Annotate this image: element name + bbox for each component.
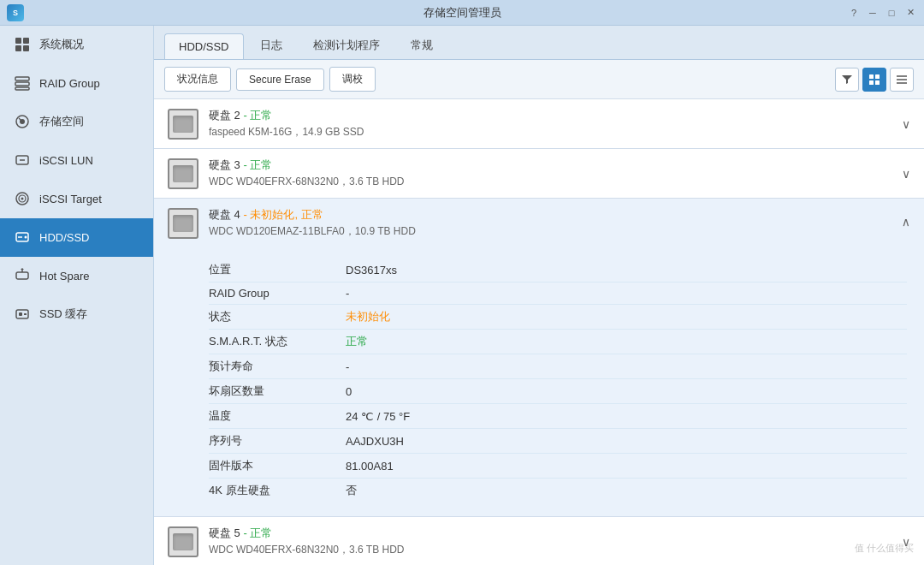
tab-hdd-ssd[interactable]: HDD/SSD (164, 33, 244, 59)
sidebar-item-raid-group[interactable]: RAID Group (0, 64, 153, 103)
chevron-down-icon-3: ∨ (902, 167, 910, 181)
detail-row-raid: RAID Group - (209, 282, 907, 305)
tab-log[interactable]: 日志 (246, 31, 297, 59)
disk-model-3: WDC WD40EFRX-68N32N0，3.6 TB HDD (209, 175, 902, 189)
sidebar-item-hot-spare[interactable]: Hot Spare (0, 257, 153, 295)
disk-name-5: 硬盘 5 - 正常 (209, 526, 902, 541)
detail-value-raid: - (346, 287, 349, 300)
sidebar-label-target: iSCSI Target (39, 193, 102, 205)
close-button[interactable]: ✕ (903, 6, 917, 20)
sidebar-label-raid: RAID Group (39, 77, 100, 90)
svg-point-14 (21, 198, 24, 200)
help-button[interactable]: ? (847, 6, 861, 20)
svg-rect-21 (19, 312, 22, 316)
detail-row-status: 状态 未初始化 (209, 305, 907, 330)
detail-label-serial: 序列号 (209, 433, 346, 449)
svg-rect-6 (15, 87, 29, 90)
detail-value-4k: 否 (346, 483, 357, 498)
list-view-button[interactable] (890, 68, 914, 92)
grid-view-button[interactable] (862, 68, 886, 92)
svg-line-9 (19, 118, 21, 121)
filter-button[interactable] (835, 68, 859, 92)
hdd-icon (14, 229, 31, 246)
disk-info-4: 硬盘 4 - 未初始化, 正常 WDC WD120EMAZ-11BLFA0，10… (209, 207, 902, 239)
chevron-down-icon-2: ∨ (902, 117, 910, 131)
disk-item-3: 硬盘 3 - 正常 WDC WD40EFRX-68N32N0，3.6 TB HD… (154, 149, 924, 199)
disk-header-5[interactable]: 硬盘 5 - 正常 WDC WD40EFRX-68N32N0，3.6 TB HD… (154, 517, 924, 565)
status-info-button[interactable]: 状况信息 (164, 67, 231, 92)
disk-header-3[interactable]: 硬盘 3 - 正常 WDC WD40EFRX-68N32N0，3.6 TB HD… (154, 149, 924, 198)
tab-schedule[interactable]: 检测计划程序 (299, 31, 394, 59)
sidebar-item-storage-space[interactable]: 存储空间 (0, 103, 153, 141)
disk-name-3: 硬盘 3 - 正常 (209, 158, 902, 173)
svg-point-16 (25, 236, 27, 239)
svg-rect-25 (869, 80, 874, 85)
detail-value-status: 未初始化 (346, 309, 390, 324)
sidebar-item-ssd-cache[interactable]: SSD 缓存 (0, 295, 153, 334)
sidebar-item-system-overview[interactable]: 系统概况 (0, 26, 153, 64)
svg-rect-3 (23, 45, 29, 51)
detail-value-serial: AAJDXU3H (346, 435, 404, 448)
storage-icon (14, 113, 31, 130)
disk-item-5: 硬盘 5 - 正常 WDC WD40EFRX-68N32N0，3.6 TB HD… (154, 517, 924, 565)
tab-general[interactable]: 常规 (396, 31, 447, 59)
disk-model-2: faspeed K5M-16G，14.9 GB SSD (209, 125, 902, 140)
window-title: 存储空间管理员 (424, 5, 501, 21)
maximize-button[interactable]: □ (885, 6, 898, 20)
grid-icon (14, 36, 31, 53)
lun-icon (14, 152, 31, 169)
detail-row-lifespan: 预计寿命 - (209, 354, 907, 379)
detail-row-smart: S.M.A.R.T. 状态 正常 (209, 330, 907, 354)
sidebar-item-iscsi-target[interactable]: iSCSI Target (0, 180, 153, 218)
toolbar-right (835, 68, 914, 92)
detail-value-smart: 正常 (346, 334, 368, 349)
disk-icon-4 (168, 208, 198, 239)
detail-row-4k: 4K 原生硬盘 否 (209, 479, 907, 503)
sidebar-label-lun: iSCSI LUN (39, 154, 93, 167)
disk-name-2: 硬盘 2 - 正常 (209, 108, 902, 123)
disk-info-2: 硬盘 2 - 正常 faspeed K5M-16G，14.9 GB SSD (209, 108, 902, 140)
disk-info-5: 硬盘 5 - 正常 WDC WD40EFRX-68N32N0，3.6 TB HD… (209, 526, 902, 557)
disk-model-4: WDC WD120EMAZ-11BLFA0，10.9 TB HDD (209, 224, 902, 239)
detail-label-status: 状态 (209, 309, 346, 324)
watermark: 值 什么值得买 (855, 542, 914, 555)
sidebar-item-hdd-ssd[interactable]: HDD/SSD (0, 218, 153, 257)
svg-rect-0 (15, 38, 21, 44)
raid-icon (14, 74, 31, 92)
svg-rect-22 (24, 313, 27, 315)
disk-icon-5 (168, 526, 198, 557)
detail-label-lifespan: 预计寿命 (209, 359, 346, 374)
tabs-bar: HDD/SSD 日志 检测计划程序 常规 (154, 26, 924, 60)
disk-info-3: 硬盘 3 - 正常 WDC WD40EFRX-68N32N0，3.6 TB HD… (209, 158, 902, 189)
svg-rect-1 (23, 38, 29, 44)
hotspare-icon (14, 267, 31, 284)
disk-icon-3 (168, 158, 198, 189)
disk-header-4[interactable]: 硬盘 4 - 未初始化, 正常 WDC WD120EMAZ-11BLFA0，10… (154, 199, 924, 247)
detail-value-bad-sectors: 0 (346, 385, 352, 398)
detail-row-temp: 温度 24 ℃ / 75 °F (209, 404, 907, 429)
detail-row-bad-sectors: 坏扇区数量 0 (209, 379, 907, 404)
toolbar: 状况信息 Secure Erase 调校 (154, 60, 924, 99)
svg-rect-2 (15, 45, 21, 51)
svg-rect-4 (15, 77, 29, 80)
sidebar: 系统概况 RAID Group 存储空间 (0, 26, 154, 565)
calibrate-button[interactable]: 调校 (329, 67, 376, 92)
sidebar-item-iscsi-lun[interactable]: iSCSI LUN (0, 141, 153, 180)
disk-name-4: 硬盘 4 - 未初始化, 正常 (209, 207, 902, 223)
disk-item-4: 硬盘 4 - 未初始化, 正常 WDC WD120EMAZ-11BLFA0，10… (154, 199, 924, 517)
sidebar-label-storage: 存储空间 (39, 114, 84, 129)
disk-item-2: 硬盘 2 - 正常 faspeed K5M-16G，14.9 GB SSD ∨ (154, 99, 924, 149)
disk-model-5: WDC WD40EFRX-68N32N0，3.6 TB HDD (209, 543, 902, 557)
detail-label-firmware: 固件版本 (209, 458, 346, 473)
chevron-up-icon-4: ∨ (902, 217, 910, 230)
sidebar-label-ssd: SSD 缓存 (39, 306, 87, 322)
disk-header-2[interactable]: 硬盘 2 - 正常 faspeed K5M-16G，14.9 GB SSD ∨ (154, 99, 924, 148)
disk-list: 硬盘 2 - 正常 faspeed K5M-16G，14.9 GB SSD ∨ … (154, 99, 924, 565)
target-icon (14, 190, 31, 207)
secure-erase-button[interactable]: Secure Erase (236, 68, 324, 91)
minimize-button[interactable]: ─ (866, 6, 880, 20)
detail-value-temp: 24 ℃ / 75 °F (346, 410, 410, 423)
detail-label-temp: 温度 (209, 408, 346, 424)
detail-row-serial: 序列号 AAJDXU3H (209, 429, 907, 454)
sidebar-label-hdd: HDD/SSD (39, 231, 90, 244)
